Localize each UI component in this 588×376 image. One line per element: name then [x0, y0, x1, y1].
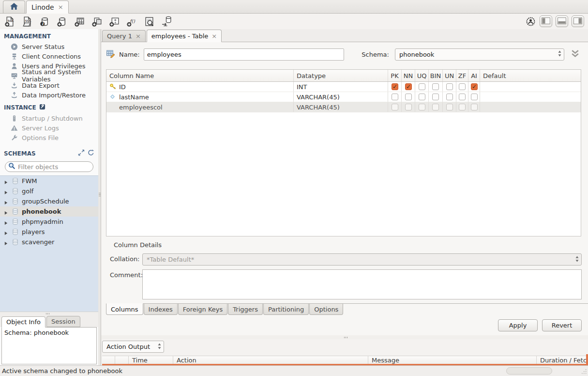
- output-col-time[interactable]: Time: [129, 356, 173, 364]
- create-table-icon[interactable]: [74, 16, 85, 27]
- checkbox-bin-employeescol[interactable]: [432, 104, 439, 110]
- checkbox-uq-id[interactable]: [419, 83, 425, 90]
- checkbox-uq-employeescol[interactable]: [419, 104, 425, 110]
- editor-subtab-indexes[interactable]: Indexes: [144, 304, 178, 315]
- sidebar-item-data-import-restore[interactable]: Data Import/Restore: [0, 90, 98, 100]
- apply-button[interactable]: Apply: [498, 319, 538, 331]
- schema-select[interactable]: phonebook: [395, 48, 564, 61]
- editor-subtab-partitioning[interactable]: Partitioning: [263, 304, 309, 315]
- search-data-icon[interactable]: [143, 16, 155, 27]
- create-view-icon[interactable]: [91, 16, 103, 27]
- checkbox-nn-lastname[interactable]: [405, 94, 412, 100]
- checkbox-pk-id[interactable]: [392, 83, 398, 90]
- default-cell[interactable]: [480, 102, 581, 112]
- expand-arrow-icon[interactable]: [4, 199, 9, 204]
- sidebar-item-startup-shutdown[interactable]: Startup / Shutdown: [0, 113, 98, 123]
- checkbox-uq-lastname[interactable]: [419, 94, 425, 100]
- default-cell[interactable]: [480, 82, 581, 92]
- expand-arrow-icon[interactable]: [4, 209, 9, 214]
- expand-arrow-icon[interactable]: [4, 179, 9, 184]
- column-row-id[interactable]: IDINT: [106, 82, 581, 92]
- checkbox-zf-lastname[interactable]: [459, 94, 466, 100]
- sidebar-item-server-logs[interactable]: Server Logs: [0, 123, 98, 133]
- column-row-lastname[interactable]: lastNameVARCHAR(45): [106, 92, 581, 102]
- column-header-column-name[interactable]: Column Name: [106, 70, 294, 81]
- close-icon[interactable]: ×: [58, 3, 63, 11]
- datatype-cell[interactable]: VARCHAR(45): [294, 92, 388, 102]
- sidebar-horizontal-splitter[interactable]: [0, 312, 98, 315]
- datatype-cell[interactable]: VARCHAR(45): [294, 102, 388, 112]
- column-header-pk[interactable]: PK: [388, 70, 402, 81]
- default-cell[interactable]: [480, 92, 581, 102]
- sync-database-icon[interactable]: [161, 16, 172, 27]
- schema-item-groupschedule[interactable]: groupSchedule: [0, 196, 98, 206]
- expand-arrow-icon[interactable]: [4, 240, 9, 245]
- open-sql-script-icon[interactable]: SQL: [21, 16, 33, 27]
- table-name-input[interactable]: [144, 48, 345, 61]
- schema-item-golf[interactable]: golf: [0, 186, 98, 196]
- output-col-action[interactable]: Action: [173, 356, 368, 364]
- editor-tab-query-1[interactable]: Query 1×: [102, 30, 146, 42]
- checkbox-nn-employeescol[interactable]: [405, 104, 412, 110]
- checkbox-zf-id[interactable]: [459, 83, 466, 90]
- inspect-database-icon[interactable]: i: [39, 16, 50, 27]
- account-gear-icon[interactable]: [525, 16, 536, 27]
- home-tab[interactable]: [3, 0, 25, 13]
- checkbox-ai-id[interactable]: [471, 83, 478, 90]
- column-header-un[interactable]: UN: [443, 70, 456, 81]
- datatype-cell[interactable]: INT: [294, 82, 388, 92]
- connection-tab[interactable]: Linode ×: [26, 0, 69, 14]
- refresh-icon[interactable]: [88, 149, 94, 157]
- expand-panel-icon[interactable]: [78, 149, 85, 157]
- column-header-ai[interactable]: AI: [468, 70, 480, 81]
- checkbox-un-lastname[interactable]: [446, 94, 453, 100]
- output-splitter[interactable]: [101, 335, 588, 339]
- output-col-marker-0[interactable]: [102, 356, 115, 364]
- close-icon[interactable]: ×: [211, 32, 217, 40]
- new-sql-tab-icon[interactable]: SQL: [4, 16, 15, 27]
- create-function-icon[interactable]: f(): [126, 16, 137, 27]
- schema-item-phpmyadmin[interactable]: phpmyadmin: [0, 217, 98, 227]
- revert-button[interactable]: Revert: [542, 319, 582, 331]
- toggle-right-sidebar-button[interactable]: [572, 16, 584, 27]
- sidebar-item-client-connections[interactable]: Client Connections: [0, 51, 98, 61]
- column-row-employeescol[interactable]: employeescolVARCHAR(45): [106, 102, 581, 112]
- output-col-marker-1[interactable]: [115, 356, 129, 364]
- output-type-select[interactable]: Action Output: [102, 341, 164, 353]
- collation-select[interactable]: *Table Default*: [142, 253, 582, 266]
- checkbox-zf-employeescol[interactable]: [459, 104, 466, 110]
- toggle-left-sidebar-button[interactable]: [540, 16, 552, 27]
- editor-subtab-options[interactable]: Options: [309, 304, 343, 315]
- schema-item-fwm[interactable]: FWM: [0, 176, 98, 186]
- toggle-bottom-panel-button[interactable]: [556, 16, 568, 27]
- output-col-duration-fetch[interactable]: Duration / Fetch: [537, 356, 588, 364]
- close-icon[interactable]: ×: [136, 32, 141, 40]
- checkbox-nn-id[interactable]: [405, 83, 412, 90]
- create-schema-icon[interactable]: [56, 16, 68, 27]
- checkbox-un-employeescol[interactable]: [446, 104, 453, 110]
- column-header-bin[interactable]: BIN: [429, 70, 443, 81]
- resize-grip-icon[interactable]: [581, 368, 587, 376]
- checkbox-ai-lastname[interactable]: [471, 94, 478, 100]
- column-header-default[interactable]: Default: [480, 70, 581, 81]
- checkbox-bin-id[interactable]: [432, 83, 439, 90]
- editor-subtab-triggers[interactable]: Triggers: [228, 304, 263, 315]
- expand-arrow-icon[interactable]: [4, 219, 9, 224]
- editor-tab-employees-table[interactable]: employees - Table×: [147, 30, 222, 42]
- sidebar-item-status-and-system-variables[interactable]: Status and System Variables: [0, 71, 98, 80]
- output-col-message[interactable]: Message: [368, 356, 537, 364]
- checkbox-pk-employeescol[interactable]: [392, 104, 398, 110]
- editor-subtab-foreign-keys[interactable]: Foreign Keys: [178, 304, 228, 315]
- tab-session[interactable]: Session: [46, 316, 80, 327]
- checkbox-bin-lastname[interactable]: [432, 94, 439, 100]
- checkbox-ai-employeescol[interactable]: [471, 104, 478, 110]
- column-header-nn[interactable]: NN: [402, 70, 415, 81]
- schema-filter-input[interactable]: [18, 163, 100, 171]
- schema-item-scavenger[interactable]: scavenger: [0, 237, 98, 247]
- expand-arrow-icon[interactable]: [4, 230, 9, 235]
- expand-arrow-icon[interactable]: [4, 189, 9, 194]
- sidebar-item-options-file[interactable]: Options File: [0, 133, 98, 142]
- collapse-header-button[interactable]: [568, 49, 582, 59]
- editor-subtab-columns[interactable]: Columns: [106, 303, 143, 315]
- sidebar-item-server-status[interactable]: Server Status: [0, 42, 98, 51]
